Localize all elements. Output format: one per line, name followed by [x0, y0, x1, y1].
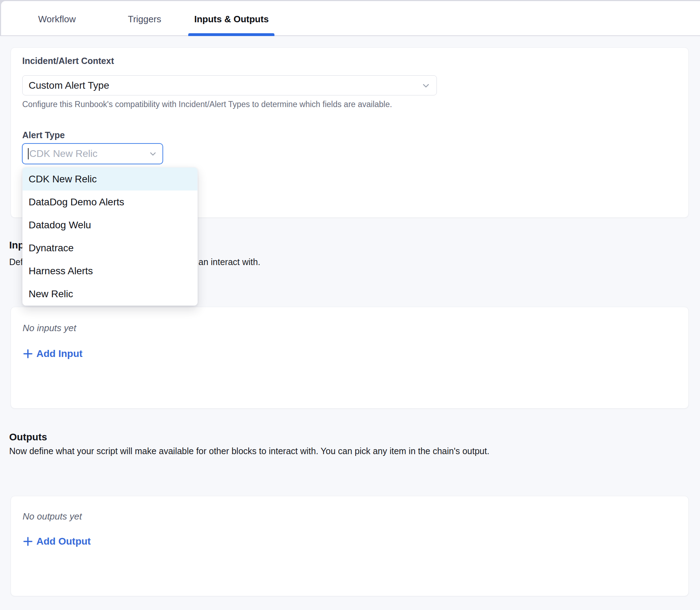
outputs-section-description: Now define what your script will make av…: [9, 446, 490, 456]
alert-type-dropdown: CDK New Relic DataDog Demo Alerts Datado…: [22, 167, 198, 306]
text-caret: [28, 148, 29, 159]
inputs-empty-state: No inputs yet: [23, 323, 76, 334]
chevron-down-icon: [421, 81, 431, 90]
plus-icon: [23, 536, 33, 547]
add-input-button[interactable]: Add Input: [23, 348, 83, 359]
incident-context-selected-value: Custom Alert Type: [29, 80, 109, 91]
dropdown-option[interactable]: Harness Alerts: [23, 259, 197, 282]
alert-type-input[interactable]: CDK New Relic: [22, 143, 163, 164]
inputs-section-description-end: an interact with.: [198, 257, 260, 267]
incident-context-label: Incident/Alert Context: [22, 56, 114, 66]
chevron-down-icon: [148, 149, 158, 158]
dropdown-option[interactable]: DataDog Demo Alerts: [23, 190, 197, 213]
add-input-label: Add Input: [36, 348, 83, 359]
tab-triggers[interactable]: Triggers: [128, 14, 161, 25]
outputs-empty-state: No outputs yet: [23, 511, 82, 522]
outputs-section-title: Outputs: [9, 432, 47, 443]
plus-icon: [23, 348, 33, 359]
add-output-button[interactable]: Add Output: [23, 536, 91, 547]
tab-inputs-outputs[interactable]: Inputs & Outputs: [194, 14, 269, 25]
dropdown-option[interactable]: CDK New Relic: [23, 168, 197, 190]
incident-context-select[interactable]: Custom Alert Type: [22, 75, 437, 95]
inputs-card: No inputs yet Add Input: [11, 307, 689, 409]
tab-bar: Workflow Triggers Inputs & Outputs: [1, 1, 700, 35]
dropdown-option[interactable]: Datadog Welu: [23, 213, 197, 236]
tab-workflow[interactable]: Workflow: [38, 14, 76, 25]
alert-type-placeholder: CDK New Relic: [29, 148, 97, 159]
incident-context-helper-text: Configure this Runbook's compatibility w…: [22, 100, 392, 109]
active-tab-indicator: [188, 33, 274, 36]
outputs-card: No outputs yet Add Output: [11, 496, 689, 596]
dropdown-option[interactable]: Dynatrace: [23, 236, 197, 259]
add-output-label: Add Output: [36, 536, 91, 547]
dropdown-option[interactable]: New Relic: [23, 282, 197, 305]
inputs-outputs-page: Workflow Triggers Inputs & Outputs Incid…: [0, 0, 700, 610]
alert-type-label: Alert Type: [22, 130, 65, 140]
